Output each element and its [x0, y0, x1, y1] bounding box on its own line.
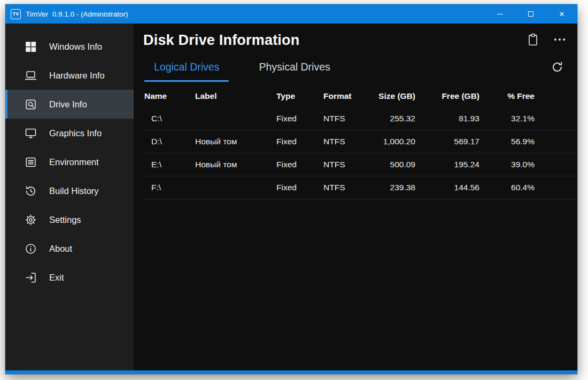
list-icon	[24, 155, 37, 169]
refresh-button[interactable]	[548, 59, 566, 76]
tab-bar: Logical DrivesPhysical Drives	[134, 54, 577, 82]
table-cell: 195.24	[415, 160, 479, 169]
table-cell: 56.9%	[479, 137, 535, 146]
table-row[interactable]: D:\Новый томFixedNTFS1,000.20569.1756.9%	[144, 130, 577, 153]
selection-accent	[5, 148, 7, 176]
sidebar-item-hardware-info[interactable]: Hardware Info	[5, 61, 134, 90]
sidebar-item-label: Windows Info	[49, 42, 102, 52]
more-options-button[interactable]	[552, 33, 568, 49]
minimize-icon	[497, 14, 503, 14]
table-cell: NTFS	[323, 183, 368, 192]
table-header-row: NameLabelTypeFormatSize (GB)Free (GB)% F…	[144, 85, 577, 107]
laptop-icon	[24, 68, 37, 82]
sidebar-item-label: Exit	[49, 273, 64, 283]
column-header[interactable]: Size (GB)	[368, 91, 415, 101]
titlebar[interactable]: TV TimVer 0.9.1.0 - (Administrator) ✕	[5, 4, 577, 24]
ellipsis-icon	[553, 33, 567, 49]
table-row[interactable]: C:\FixedNTFS255.3281.9332.1%	[144, 107, 577, 130]
tab-bar-tabs: Logical DrivesPhysical Drives	[144, 54, 340, 82]
table-row[interactable]: E:\Новый томFixedNTFS500.09195.2439.0%	[144, 153, 577, 176]
hard-drive-icon	[24, 97, 37, 111]
sidebar-item-drive-info[interactable]: Drive Info	[5, 90, 134, 119]
selection-accent	[5, 176, 7, 205]
sidebar-item-label: Environment	[49, 157, 99, 167]
copy-to-clipboard-button[interactable]	[525, 33, 541, 49]
table-body: C:\FixedNTFS255.3281.9332.1%D:\Новый том…	[144, 107, 577, 199]
table-cell: 569.17	[415, 137, 479, 146]
sidebar-item-build-history[interactable]: Build History	[5, 176, 134, 205]
app-icon: TV	[11, 9, 21, 19]
table-cell: 81.93	[415, 114, 479, 123]
sidebar-item-label: Hardware Info	[49, 71, 105, 81]
sidebar-item-environment[interactable]: Environment	[5, 148, 134, 176]
refresh-icon	[551, 60, 564, 76]
table-cell: 144.56	[415, 183, 479, 192]
windows-icon	[24, 40, 37, 53]
drives-table: NameLabelTypeFormatSize (GB)Free (GB)% F…	[134, 85, 577, 199]
table-cell: Fixed	[276, 114, 323, 123]
table-cell: 1,000.20	[368, 137, 415, 146]
table-cell: 239.38	[368, 183, 415, 192]
selection-accent	[5, 32, 7, 61]
sidebar-item-label: Settings	[49, 215, 81, 225]
column-header[interactable]: Label	[195, 91, 276, 101]
column-header[interactable]: Name	[144, 91, 195, 101]
column-header[interactable]: Format	[323, 91, 368, 101]
selection-accent	[5, 263, 7, 292]
column-header[interactable]: Type	[276, 91, 323, 101]
table-cell: 39.0%	[479, 160, 535, 169]
table-row[interactable]: F:\FixedNTFS239.38144.5660.4%	[144, 176, 577, 199]
table-cell: Новый том	[195, 160, 276, 169]
selection-accent	[5, 119, 7, 148]
table-cell: 60.4%	[479, 183, 535, 192]
column-header[interactable]: Free (GB)	[415, 91, 479, 101]
sidebar-item-label: About	[49, 244, 72, 254]
sidebar-item-label: Build History	[49, 186, 99, 196]
sidebar-item-settings[interactable]: Settings	[5, 205, 134, 234]
table-cell: NTFS	[323, 137, 368, 146]
close-icon: ✕	[559, 11, 565, 18]
gear-icon	[24, 213, 37, 227]
table-cell: 500.09	[368, 160, 415, 169]
minimize-button[interactable]	[484, 4, 515, 24]
column-header[interactable]: % Free	[479, 91, 535, 101]
selection-accent	[5, 61, 7, 90]
table-cell: Fixed	[276, 160, 323, 169]
sidebar-item-label: Graphics Info	[49, 128, 102, 138]
tab-logical-drives[interactable]: Logical Drives	[144, 54, 229, 82]
table-cell: Fixed	[276, 183, 323, 192]
monitor-icon	[24, 126, 37, 140]
close-button[interactable]: ✕	[546, 4, 577, 24]
table-cell: C:\	[144, 114, 195, 123]
maximize-icon	[528, 11, 533, 17]
clipboard-icon	[526, 33, 540, 49]
exit-icon	[24, 270, 37, 284]
app-window: TV TimVer 0.9.1.0 - (Administrator) ✕ Wi…	[5, 4, 577, 374]
sidebar-item-windows-info[interactable]: Windows Info	[5, 32, 134, 61]
table-cell: NTFS	[323, 114, 368, 123]
table-cell: 32.1%	[479, 114, 535, 123]
selection-accent	[5, 234, 7, 263]
tab-label: Physical Drives	[259, 61, 330, 73]
tab-physical-drives[interactable]: Physical Drives	[249, 54, 339, 82]
sidebar-item-exit[interactable]: Exit	[5, 263, 134, 292]
maximize-button[interactable]	[515, 4, 546, 24]
table-cell: Новый том	[195, 137, 276, 146]
table-cell: F:\	[144, 183, 195, 192]
table-cell: Fixed	[276, 137, 323, 146]
table-cell: D:\	[144, 137, 195, 146]
selection-accent	[5, 205, 7, 234]
sidebar-item-about[interactable]: About	[5, 234, 134, 263]
table-cell: 255.32	[368, 114, 415, 123]
tab-label: Logical Drives	[154, 61, 219, 73]
sidebar-item-label: Drive Info	[49, 99, 87, 110]
info-icon	[24, 242, 37, 255]
table-cell: E:\	[144, 160, 195, 169]
history-icon	[24, 184, 37, 198]
sidebar: Windows InfoHardware InfoDrive InfoGraph…	[5, 24, 134, 370]
window-bottom-accent	[5, 370, 577, 374]
selection-accent	[5, 90, 7, 119]
table-cell: NTFS	[323, 160, 368, 169]
main-content: Disk Drive Information	[134, 24, 577, 370]
sidebar-item-graphics-info[interactable]: Graphics Info	[5, 119, 134, 148]
